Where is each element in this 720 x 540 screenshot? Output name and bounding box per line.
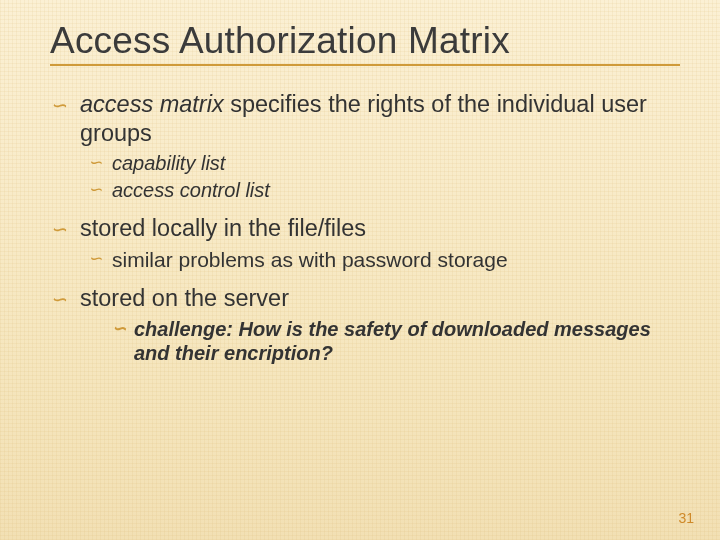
bullet-icon: ∽ (112, 319, 126, 340)
bullet-icon: ∽ (50, 217, 67, 241)
subbullet-text: access control list (112, 179, 270, 201)
bullet-icon: ∽ (50, 93, 67, 117)
page-number: 31 (678, 510, 694, 526)
subbullet-capability-list: ∽ capability list (88, 151, 680, 175)
bullet-text: stored locally in the file/files (80, 215, 366, 241)
title-underline (50, 64, 680, 66)
slide-title: Access Authorization Matrix (50, 20, 680, 62)
bullet-stored-server: ∽ stored on the server (50, 284, 680, 313)
bullet-icon: ∽ (88, 249, 102, 270)
bullet-text-italic: access matrix (80, 91, 224, 117)
bullet-icon: ∽ (88, 180, 102, 201)
bullet-text: stored on the server (80, 285, 289, 311)
subbullet-similar-problems: ∽ similar problems as with password stor… (88, 247, 680, 273)
slide: Access Authorization Matrix ∽ access mat… (0, 0, 720, 540)
subbullet-text: similar problems as with password storag… (112, 248, 508, 271)
subbullet-acl: ∽ access control list (88, 178, 680, 202)
subbullet-text: capability list (112, 152, 225, 174)
slide-body: ∽ access matrix specifies the rights of … (50, 90, 680, 366)
bullet-access-matrix: ∽ access matrix specifies the rights of … (50, 90, 680, 147)
bullet-stored-locally: ∽ stored locally in the file/files (50, 214, 680, 243)
subbullet-challenge: ∽ challenge: How is the safety of downlo… (112, 317, 680, 366)
bullet-icon: ∽ (50, 287, 67, 311)
subbullet-text: challenge: How is the safety of download… (134, 318, 651, 364)
bullet-icon: ∽ (88, 153, 102, 174)
